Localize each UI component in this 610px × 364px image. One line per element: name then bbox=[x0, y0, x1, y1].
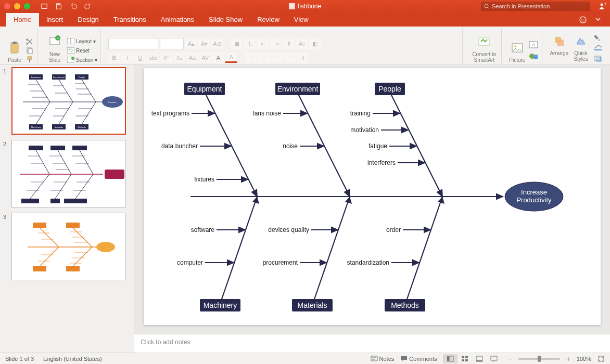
picture-button[interactable]: Picture bbox=[509, 41, 525, 63]
slide-thumbnail-pane[interactable]: 1 Increase Equipment Environment People … bbox=[0, 65, 134, 353]
slide-thumbnail-3[interactable]: 3 bbox=[3, 213, 131, 280]
subscript-button[interactable]: X₂ bbox=[173, 53, 185, 63]
tab-transitions[interactable]: Transitions bbox=[106, 13, 154, 27]
shape-fill-button[interactable] bbox=[593, 34, 603, 42]
zoom-in-button[interactable]: + bbox=[566, 355, 570, 363]
font-size-select[interactable] bbox=[160, 38, 184, 49]
tab-view[interactable]: View bbox=[287, 13, 316, 27]
slide-thumbnail-1[interactable]: 1 Increase Equipment Environment People … bbox=[3, 67, 131, 135]
tab-insert[interactable]: Insert bbox=[39, 13, 71, 27]
feedback-icon[interactable] bbox=[579, 16, 587, 24]
arrange-button[interactable]: Arrange bbox=[550, 34, 568, 56]
slide-thumbnail-2[interactable]: 2 bbox=[3, 140, 131, 207]
increase-font-button[interactable]: A▴ bbox=[185, 38, 197, 49]
quick-styles-button[interactable]: Quick Styles bbox=[571, 34, 590, 62]
bold-button[interactable]: B bbox=[108, 53, 120, 63]
font-color-button[interactable]: A bbox=[225, 53, 237, 63]
format-painter-icon[interactable] bbox=[25, 56, 34, 63]
indent-button[interactable]: ⇥ bbox=[270, 38, 282, 49]
slide-canvas[interactable]: IncreaseProductivity Equipment text prog… bbox=[144, 68, 601, 325]
svg-rect-34 bbox=[557, 40, 564, 46]
svg-line-130 bbox=[297, 91, 350, 197]
notes-pane[interactable]: Click to add notes bbox=[134, 334, 610, 353]
redo-icon[interactable] bbox=[84, 3, 92, 10]
text-direction-button[interactable]: A↕ bbox=[296, 38, 308, 49]
reset-button[interactable]: Reset bbox=[67, 47, 97, 54]
zoom-slider[interactable] bbox=[518, 358, 560, 360]
shape-effects-button[interactable] bbox=[593, 55, 603, 63]
underline-button[interactable]: U bbox=[134, 53, 146, 63]
shape-outline-button[interactable] bbox=[593, 44, 603, 53]
tab-home[interactable]: Home bbox=[6, 13, 39, 27]
superscript-button[interactable]: X² bbox=[160, 53, 172, 63]
svg-text:Machinery: Machinery bbox=[31, 126, 41, 128]
save-icon[interactable] bbox=[55, 3, 62, 10]
layout-button[interactable]: Layout ▾ bbox=[67, 38, 97, 44]
section-button[interactable]: Section ▾ bbox=[67, 57, 97, 63]
category-equipment: Equipment text programs data buncher fix… bbox=[151, 83, 257, 197]
svg-text:Materials: Materials bbox=[55, 126, 63, 128]
zoom-out-button[interactable]: − bbox=[507, 355, 512, 363]
numbering-button[interactable]: ⒈ bbox=[244, 38, 256, 49]
svg-line-85 bbox=[55, 174, 71, 199]
align-center-button[interactable]: ≡ bbox=[258, 53, 270, 63]
paste-button[interactable]: Paste bbox=[7, 41, 22, 63]
statusbar: Slide 1 of 3 English (United States) Not… bbox=[0, 353, 610, 364]
align-text-button[interactable]: ◧ bbox=[309, 38, 321, 49]
line-spacing-button[interactable]: ⇕ bbox=[283, 38, 295, 49]
svg-rect-23 bbox=[67, 47, 74, 54]
collapse-ribbon-icon[interactable] bbox=[594, 16, 602, 23]
bullets-button[interactable]: ≣ bbox=[231, 38, 243, 49]
text-box-button[interactable]: A bbox=[528, 41, 539, 50]
columns-button[interactable]: ⫴ bbox=[297, 53, 309, 63]
new-slide-button[interactable]: + New Slide bbox=[45, 35, 64, 63]
svg-rect-175 bbox=[447, 356, 449, 361]
convert-smartart-button[interactable]: Convert to SmartArt bbox=[470, 35, 498, 63]
svg-text:Equipment: Equipment bbox=[31, 76, 41, 79]
italic-button[interactable]: I bbox=[121, 53, 133, 63]
language-indicator[interactable]: English (United States) bbox=[43, 356, 102, 362]
zoom-level[interactable]: 100% bbox=[577, 356, 591, 362]
slide-counter: Slide 1 of 3 bbox=[5, 356, 34, 362]
align-left-button[interactable]: ≡ bbox=[245, 53, 257, 63]
highlight-button[interactable]: A bbox=[212, 53, 224, 63]
clear-format-button[interactable]: A⊘ bbox=[211, 38, 223, 49]
toggle-notes-button[interactable]: Notes bbox=[371, 355, 395, 362]
shapes-button[interactable] bbox=[528, 52, 539, 61]
open-icon[interactable] bbox=[41, 3, 48, 10]
svg-text:A: A bbox=[532, 42, 535, 47]
char-spacing-button[interactable]: AV bbox=[199, 53, 211, 63]
svg-line-148 bbox=[221, 197, 257, 302]
justify-button[interactable]: ≡ bbox=[284, 53, 296, 63]
search-input[interactable]: Search in Presentation bbox=[481, 2, 590, 11]
fit-to-window-button[interactable] bbox=[598, 355, 605, 362]
reading-view-button[interactable] bbox=[472, 354, 487, 363]
share-icon[interactable]: + bbox=[598, 2, 606, 10]
tab-review[interactable]: Review bbox=[250, 13, 287, 27]
ribbon: Paste + New Slide Layout ▾ Reset Section… bbox=[0, 27, 610, 65]
svg-rect-75 bbox=[29, 146, 43, 150]
tab-design[interactable]: Design bbox=[70, 13, 106, 27]
font-family-select[interactable] bbox=[108, 38, 158, 49]
slideshow-view-button[interactable] bbox=[487, 354, 501, 363]
decrease-font-button[interactable]: A▾ bbox=[198, 38, 210, 49]
svg-text:Methods: Methods bbox=[78, 126, 85, 128]
toggle-comments-button[interactable]: Comments bbox=[400, 355, 437, 362]
copy-icon[interactable] bbox=[25, 47, 34, 54]
outdent-button[interactable]: ⇤ bbox=[257, 38, 269, 49]
sorter-view-button[interactable] bbox=[458, 354, 472, 363]
close-window-button[interactable] bbox=[4, 3, 10, 9]
strikethrough-button[interactable]: abc bbox=[147, 53, 159, 63]
tab-slideshow[interactable]: Slide Show bbox=[201, 13, 250, 27]
undo-icon[interactable] bbox=[70, 3, 77, 10]
minimize-window-button[interactable] bbox=[14, 3, 20, 9]
normal-view-button[interactable] bbox=[443, 354, 458, 363]
svg-rect-102 bbox=[33, 223, 46, 228]
zoom-window-button[interactable] bbox=[24, 3, 30, 9]
tab-animations[interactable]: Animations bbox=[154, 13, 201, 27]
svg-line-108 bbox=[40, 247, 59, 266]
change-case-button[interactable]: Aa bbox=[186, 53, 198, 63]
align-right-button[interactable]: ≡ bbox=[271, 53, 283, 63]
cut-icon[interactable] bbox=[25, 38, 34, 45]
svg-text:procurement: procurement bbox=[263, 259, 298, 266]
